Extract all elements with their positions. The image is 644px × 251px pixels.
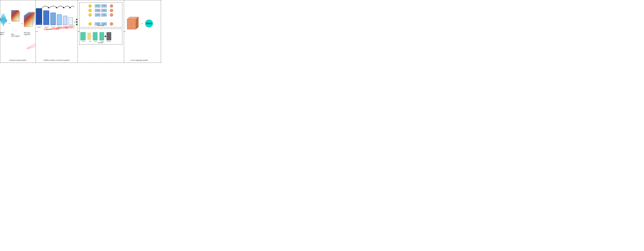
input-node3 (88, 13, 92, 17)
rn-plus: ⊕ (104, 35, 106, 38)
rn-arrow1: → (86, 36, 87, 37)
output-node3 (110, 13, 113, 17)
conv6-stack (68, 17, 73, 26)
bilstm-panel: → LSTM LSTM → → LSTM LSTM → (79, 3, 122, 28)
conv3-stack (50, 13, 56, 26)
conv5-label: Conv5 (63, 26, 67, 28)
svg-line-6 (47, 28, 75, 30)
conv2-label: Conv2 (44, 26, 48, 28)
arrow2: → (20, 22, 23, 25)
arrow-tiny6: → (108, 14, 109, 16)
arrow1: → (8, 22, 10, 25)
lstm-bwd3: LSTM (101, 13, 107, 17)
rn-conv3 (100, 32, 104, 40)
conv5-stack (63, 16, 68, 26)
conv5-front (63, 16, 67, 25)
svg-line-1 (27, 45, 36, 49)
mel-seg-area: Mel-Spec Segments (24, 12, 36, 35)
main-diagram: Speech signal → Mel-Spectrogram → (0, 0, 161, 63)
conv6-group: Conv6 (68, 17, 73, 28)
bilstm-row2: → LSTM LSTM → (81, 9, 121, 12)
conv4-label: Conv4 (57, 26, 62, 28)
conv6-label: Conv6 (69, 26, 73, 28)
conv1-group: Conv1 (36, 8, 42, 28)
deep-module: → LSTM LSTM → → LSTM LSTM → (78, 0, 124, 63)
lstm-fwd1: LSTM (95, 4, 100, 8)
conv4-stack (57, 14, 62, 26)
shallow-visual: Conv1 Conv2 Con (36, 2, 77, 42)
conv2-group: Conv2 (43, 11, 50, 28)
arrow-tiny4: → (108, 10, 109, 11)
conv3-group: Conv3 (50, 13, 56, 28)
score-visual: → MOS (126, 3, 153, 44)
score-arrow: → (140, 22, 143, 25)
conv3-label: Conv3 (51, 26, 55, 28)
score-module: → MOS Score-mapping module (124, 0, 154, 63)
shallow-module: Conv1 Conv2 Con (36, 0, 78, 63)
shallow-label: Shallow feature extraction module (36, 59, 78, 61)
conv5-group: Conv5 (63, 16, 68, 28)
arrow-m1-m2: → (35, 30, 38, 33)
spec-card-front (11, 10, 19, 21)
resnet-panel: → → → ⊕ |Conv1 (79, 29, 122, 45)
lstm-fwd2: LSTM (95, 9, 100, 12)
fc-dot3 (76, 24, 78, 25)
bilstm-label: BiLSTM (80, 25, 122, 27)
lstm-fwd3: LSTM (95, 13, 100, 17)
bilstm-row1: → LSTM LSTM → (81, 4, 121, 8)
conv2-stack (43, 11, 50, 26)
waveform-svg (0, 12, 7, 31)
mel-spec-area: Mel-Spectrogram (11, 10, 20, 37)
arrow-tiny3: → (92, 10, 94, 11)
resnet-label: ResNet (80, 42, 122, 44)
seg0 (24, 15, 32, 27)
speech-signal-label: Speech signal (0, 32, 7, 35)
arrow-m3-m4: → (123, 30, 126, 33)
svg-marker-12 (136, 17, 138, 29)
rn-output (106, 32, 111, 40)
3d-box-svg (126, 16, 139, 32)
conv1-stack (36, 8, 42, 26)
mel-spec-stack (11, 10, 20, 22)
rn-conv2 (93, 32, 98, 40)
conv6-front (68, 17, 72, 25)
conv3-front (50, 13, 56, 25)
arrow-m2-m3: → (77, 30, 80, 33)
rn-conv1 (80, 32, 86, 40)
lstm-bwd1: LSTM (101, 4, 107, 8)
rn-bn (88, 33, 91, 40)
mel-seg-stack (24, 12, 36, 29)
fc-dot1 (76, 19, 78, 20)
mel-seg-label: Mel-Spec Segments (24, 32, 36, 35)
rn-arrow2: → (91, 36, 92, 37)
rn-arrow3: → (98, 36, 99, 37)
fc-area: FC (74, 19, 78, 25)
mel-spectrogram-label: Mel-Spectrogram (11, 33, 20, 37)
lstm-bwd2: LSTM (101, 9, 107, 12)
conv4-front (57, 14, 62, 25)
output-node1 (110, 4, 113, 8)
arrow-tiny: → (92, 5, 94, 7)
conv-blocks-row: Conv1 Conv2 Con (36, 8, 78, 28)
conv2-front (43, 11, 49, 25)
conv1-label: Conv1 (37, 26, 41, 28)
preprocessing-module: Speech signal → Mel-Spectrogram → (0, 0, 36, 63)
svg-line-2 (27, 47, 36, 49)
arrow-tiny5: → (92, 14, 94, 16)
input-node2 (88, 9, 92, 12)
waveform-area: Speech signal (0, 12, 7, 35)
preprocessing-label: Preprocessing module (0, 59, 36, 61)
curved-arrows-svg (40, 4, 74, 9)
fc-dots (76, 19, 78, 25)
score-label: Score-mapping module (124, 59, 154, 61)
preproc-visual: Speech signal → Mel-Spectrogram → (1, 3, 35, 44)
fc-label: FC (74, 21, 76, 23)
bilstm-dots: · · · (81, 18, 121, 21)
deep-visual: → LSTM LSTM → → LSTM LSTM → (78, 2, 123, 45)
resnet-blocks: → → → ⊕ (80, 32, 121, 40)
svg-rect-8 (56, 28, 59, 29)
svg-line-0 (27, 44, 36, 48)
conv1-front (36, 8, 42, 25)
bilstm-row3: → LSTM LSTM → (81, 13, 121, 17)
mos-label: MOS (146, 22, 152, 25)
